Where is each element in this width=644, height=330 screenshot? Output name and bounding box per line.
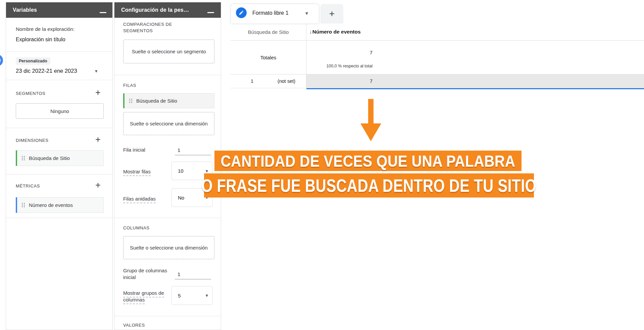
totals-label-cell: Totales xyxy=(231,41,306,74)
start-row-label: Fila inicial xyxy=(123,147,145,153)
segments-dropzone[interactable]: Ninguno xyxy=(16,103,104,119)
row-index: 1 xyxy=(251,78,253,84)
tab-settings-panel-title: Configuración de la pes… xyxy=(121,7,189,13)
add-metric-button[interactable]: + xyxy=(94,181,102,189)
nested-rows-label: Filas anidadas xyxy=(123,196,156,203)
add-dimension-button[interactable]: + xyxy=(94,136,102,144)
dimension-column-header[interactable]: Búsqueda de Sitio xyxy=(231,23,306,40)
start-column-group-label: Grupo de columnas inicial xyxy=(123,267,172,281)
show-column-groups-select[interactable]: 5 ▾ xyxy=(171,286,212,305)
dimension-chip[interactable]: Búsqueda de Sitio xyxy=(16,150,104,166)
annotation-text-line1: CANTIDAD DE VECES QUE UNA PALABRA xyxy=(220,152,515,170)
date-caret-down-icon[interactable]: ▾ xyxy=(95,68,98,74)
row-dimension-cell[interactable]: 1 (not set) xyxy=(231,74,306,88)
variables-panel-title: Variables xyxy=(13,7,37,13)
annotation-text-line2: O FRASE FUE BUSCADA DENTRO DE TU SITIO xyxy=(201,175,537,196)
divider xyxy=(6,80,112,80)
minimize-icon[interactable] xyxy=(207,12,214,13)
caret-down-icon: ▾ xyxy=(205,168,208,174)
rows-dimension-chip-label: Búsqueda de Sitio xyxy=(136,98,177,104)
totals-row: Totales 7 100,0 % respecto al total xyxy=(231,41,644,74)
metric-chip-label: Número de eventos xyxy=(29,202,73,208)
divider xyxy=(114,218,221,218)
selected-column-underline xyxy=(306,88,644,89)
divider xyxy=(6,174,112,174)
columns-section-label: COLUMNAS xyxy=(123,225,149,230)
orange-down-arrow-icon xyxy=(359,99,383,142)
table-header-row: Búsqueda de Sitio ↓ Número de eventos xyxy=(231,23,644,41)
metric-chip[interactable]: Número de eventos xyxy=(16,197,104,213)
metric-column-header[interactable]: ↓ Número de eventos xyxy=(306,23,361,40)
columns-dropzone[interactable]: Suelte o seleccione una dimensión xyxy=(123,236,214,259)
row-metric-value: 7 xyxy=(306,78,373,84)
start-column-group-input[interactable]: 1 xyxy=(175,270,211,279)
row-metric-cell-selected[interactable]: 7 xyxy=(306,74,644,88)
caret-down-icon: ▾ xyxy=(205,292,208,298)
date-mode-badge: Personalizado xyxy=(16,57,50,65)
variables-panel-header: Variables xyxy=(6,2,112,18)
variables-panel: Variables Nombre de la exploración: Expl… xyxy=(6,2,113,330)
tab-settings-panel: Configuración de la pes… COMPARACIONES D… xyxy=(114,2,221,330)
drag-handle-icon[interactable] xyxy=(22,203,25,207)
drag-handle-icon[interactable] xyxy=(22,156,25,160)
tab-formato-libre[interactable]: Formato libre 1 ▾ xyxy=(231,4,319,23)
values-section-label: VALORES xyxy=(123,323,145,328)
edge-floating-button[interactable] xyxy=(0,54,3,66)
metric-column-header-label: Número de eventos xyxy=(312,29,361,35)
ga4-exploration-screen: Variables Nombre de la exploración: Expl… xyxy=(0,0,644,330)
totals-percent: 100,0 % respecto al total xyxy=(306,64,373,68)
annotation-banner-line1: CANTIDAD DE VECES QUE UNA PALABRA xyxy=(214,151,522,171)
divider xyxy=(114,75,221,75)
date-range-value[interactable]: 23 dic 2022-21 ene 2023 xyxy=(16,67,77,74)
sort-descending-icon[interactable]: ↓ xyxy=(309,29,312,35)
dimensions-section-label: DIMENSIONES xyxy=(16,138,49,143)
totals-value: 7 xyxy=(306,50,373,56)
edit-pencil-icon[interactable] xyxy=(236,7,247,18)
segment-comparisons-dropzone[interactable]: Suelte o seleccione un segmento xyxy=(123,40,214,63)
tab-caret-down-icon[interactable]: ▾ xyxy=(305,10,308,16)
add-tab-button[interactable]: + xyxy=(320,4,343,23)
tab-label: Formato libre 1 xyxy=(252,10,289,16)
annotation-banner-line2: O FRASE FUE BUSCADA DENTRO DE TU SITIO xyxy=(204,173,534,198)
divider xyxy=(114,316,221,316)
rows-section-label: FILAS xyxy=(123,83,136,88)
dimension-chip-label: Búsqueda de Sitio xyxy=(29,155,70,161)
metrics-section-label: MÉTRICAS xyxy=(16,183,40,188)
divider xyxy=(6,128,112,128)
segments-section-label: SEGMENTOS xyxy=(16,91,45,96)
show-rows-label: Mostrar filas xyxy=(123,169,151,176)
show-column-groups-label: Mostrar grupos de columnas xyxy=(123,290,164,304)
drag-handle-icon[interactable] xyxy=(129,99,132,103)
add-segment-button[interactable]: + xyxy=(94,89,102,97)
start-row-input[interactable]: 1 xyxy=(175,146,211,155)
exploration-name-label: Nombre de la exploración: xyxy=(16,26,75,33)
tab-settings-panel-header: Configuración de la pes… xyxy=(114,2,221,18)
show-column-groups-value: 5 xyxy=(178,293,181,298)
rows-dimension-chip[interactable]: Búsqueda de Sitio xyxy=(123,93,214,108)
divider xyxy=(6,51,112,52)
exploration-name-value[interactable]: Exploración sin título xyxy=(16,36,65,43)
minimize-icon[interactable] xyxy=(100,12,106,13)
show-rows-value: 10 xyxy=(178,168,184,174)
row-dimension-value: (not set) xyxy=(267,78,306,84)
divider xyxy=(6,218,112,218)
rows-dropzone[interactable]: Suelte o seleccione una dimensión xyxy=(123,112,214,135)
segment-comparisons-label: COMPARACIONES DE SEGMENTOS xyxy=(123,21,194,34)
nested-rows-value: No xyxy=(178,195,184,201)
